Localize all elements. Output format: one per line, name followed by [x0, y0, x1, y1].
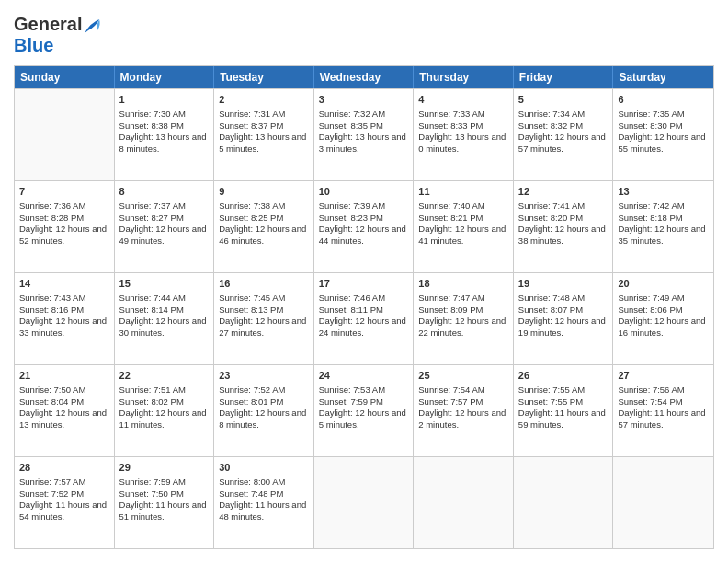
- daylight-text: Daylight: 13 hours and 5 minutes.: [219, 132, 309, 155]
- daylight-text: Daylight: 11 hours and 54 minutes.: [19, 500, 109, 523]
- sunrise-text: Sunrise: 7:30 AM: [119, 109, 210, 121]
- daylight-text: Daylight: 12 hours and 38 minutes.: [518, 224, 609, 247]
- sunset-text: Sunset: 8:07 PM: [518, 304, 609, 316]
- sunrise-text: Sunrise: 7:36 AM: [19, 201, 109, 213]
- sunrise-text: Sunrise: 7:35 AM: [618, 109, 709, 121]
- day-number: 22: [119, 369, 210, 383]
- day-header-tuesday: Tuesday: [214, 66, 314, 88]
- sunset-text: Sunset: 8:01 PM: [219, 396, 309, 408]
- sunset-text: Sunset: 8:25 PM: [219, 213, 309, 224]
- day-number: 27: [618, 369, 709, 383]
- sunrise-text: Sunrise: 7:40 AM: [418, 201, 508, 213]
- day-number: 23: [219, 369, 309, 383]
- day-cell-9: 9Sunrise: 7:38 AMSunset: 8:25 PMDaylight…: [214, 181, 314, 272]
- logo-general: General: [14, 14, 82, 34]
- day-cell-10: 10Sunrise: 7:39 AMSunset: 8:23 PMDayligh…: [314, 181, 415, 272]
- empty-cell: [514, 457, 614, 548]
- sunrise-text: Sunrise: 7:54 AM: [418, 385, 508, 396]
- sunset-text: Sunset: 8:11 PM: [319, 304, 409, 316]
- sunset-text: Sunset: 7:50 PM: [119, 488, 210, 500]
- sunset-text: Sunset: 8:30 PM: [618, 121, 709, 132]
- day-number: 29: [119, 461, 210, 475]
- sunrise-text: Sunrise: 7:46 AM: [319, 293, 409, 304]
- sunrise-text: Sunrise: 7:33 AM: [418, 109, 508, 121]
- sunset-text: Sunset: 7:52 PM: [19, 488, 109, 500]
- daylight-text: Daylight: 11 hours and 59 minutes.: [518, 408, 609, 431]
- sunrise-text: Sunrise: 7:57 AM: [19, 477, 109, 488]
- day-cell-11: 11Sunrise: 7:40 AMSunset: 8:21 PMDayligh…: [414, 181, 514, 272]
- day-cell-14: 14Sunrise: 7:43 AMSunset: 8:16 PMDayligh…: [15, 273, 115, 364]
- sunrise-text: Sunrise: 7:34 AM: [518, 109, 609, 121]
- sunset-text: Sunset: 8:38 PM: [119, 121, 210, 132]
- sunrise-text: Sunrise: 7:31 AM: [219, 109, 309, 121]
- daylight-text: Daylight: 12 hours and 2 minutes.: [418, 408, 508, 431]
- sunset-text: Sunset: 7:57 PM: [418, 396, 508, 408]
- day-number: 24: [319, 369, 409, 383]
- day-cell-2: 2Sunrise: 7:31 AMSunset: 8:37 PMDaylight…: [214, 89, 314, 180]
- calendar-row-2: 7Sunrise: 7:36 AMSunset: 8:28 PMDaylight…: [15, 180, 713, 272]
- day-number: 5: [518, 93, 609, 107]
- logo: General Blue: [14, 14, 102, 56]
- day-number: 1: [119, 93, 210, 107]
- daylight-text: Daylight: 12 hours and 55 minutes.: [618, 132, 709, 155]
- logo-bird-icon: [84, 18, 102, 35]
- empty-cell: [314, 457, 415, 548]
- day-cell-18: 18Sunrise: 7:47 AMSunset: 8:09 PMDayligh…: [414, 273, 514, 364]
- day-header-sunday: Sunday: [15, 66, 115, 88]
- day-cell-8: 8Sunrise: 7:37 AMSunset: 8:27 PMDaylight…: [115, 181, 215, 272]
- day-cell-27: 27Sunrise: 7:56 AMSunset: 7:54 PMDayligh…: [613, 365, 713, 456]
- day-header-wednesday: Wednesday: [314, 66, 415, 88]
- day-cell-5: 5Sunrise: 7:34 AMSunset: 8:32 PMDaylight…: [514, 89, 614, 180]
- calendar-row-1: 1Sunrise: 7:30 AMSunset: 8:38 PMDaylight…: [15, 88, 713, 180]
- daylight-text: Daylight: 12 hours and 44 minutes.: [319, 224, 409, 247]
- day-cell-26: 26Sunrise: 7:55 AMSunset: 7:55 PMDayligh…: [514, 365, 614, 456]
- sunrise-text: Sunrise: 7:56 AM: [618, 385, 709, 396]
- day-number: 30: [219, 461, 309, 475]
- daylight-text: Daylight: 11 hours and 48 minutes.: [219, 500, 309, 523]
- calendar-body: 1Sunrise: 7:30 AMSunset: 8:38 PMDaylight…: [15, 88, 713, 548]
- sunset-text: Sunset: 7:59 PM: [319, 396, 409, 408]
- daylight-text: Daylight: 12 hours and 30 minutes.: [119, 316, 210, 339]
- sunrise-text: Sunrise: 7:55 AM: [518, 385, 609, 396]
- sunrise-text: Sunrise: 7:37 AM: [119, 201, 210, 213]
- day-number: 12: [518, 185, 609, 199]
- sunset-text: Sunset: 7:48 PM: [219, 488, 309, 500]
- day-cell-17: 17Sunrise: 7:46 AMSunset: 8:11 PMDayligh…: [314, 273, 415, 364]
- sunset-text: Sunset: 8:20 PM: [518, 213, 609, 224]
- calendar-row-4: 21Sunrise: 7:50 AMSunset: 8:04 PMDayligh…: [15, 364, 713, 456]
- daylight-text: Daylight: 12 hours and 33 minutes.: [19, 316, 109, 339]
- daylight-text: Daylight: 12 hours and 13 minutes.: [19, 408, 109, 431]
- sunrise-text: Sunrise: 7:44 AM: [119, 293, 210, 304]
- sunset-text: Sunset: 8:04 PM: [19, 396, 109, 408]
- day-header-saturday: Saturday: [613, 66, 713, 88]
- day-number: 14: [19, 277, 109, 291]
- sunset-text: Sunset: 8:06 PM: [618, 304, 709, 316]
- day-cell-23: 23Sunrise: 7:52 AMSunset: 8:01 PMDayligh…: [214, 365, 314, 456]
- daylight-text: Daylight: 12 hours and 8 minutes.: [219, 408, 309, 431]
- day-number: 7: [19, 185, 109, 199]
- calendar-header: SundayMondayTuesdayWednesdayThursdayFrid…: [15, 66, 713, 88]
- sunset-text: Sunset: 8:09 PM: [418, 304, 508, 316]
- sunset-text: Sunset: 8:27 PM: [119, 213, 210, 224]
- daylight-text: Daylight: 12 hours and 24 minutes.: [319, 316, 409, 339]
- sunset-text: Sunset: 8:02 PM: [119, 396, 210, 408]
- daylight-text: Daylight: 12 hours and 16 minutes.: [618, 316, 709, 339]
- header: General Blue: [14, 14, 714, 56]
- day-number: 11: [418, 185, 508, 199]
- day-cell-29: 29Sunrise: 7:59 AMSunset: 7:50 PMDayligh…: [115, 457, 215, 548]
- day-number: 26: [518, 369, 609, 383]
- daylight-text: Daylight: 13 hours and 0 minutes.: [418, 132, 508, 155]
- day-number: 15: [119, 277, 210, 291]
- empty-cell: [414, 457, 514, 548]
- day-number: 21: [19, 369, 109, 383]
- sunset-text: Sunset: 8:14 PM: [119, 304, 210, 316]
- day-cell-13: 13Sunrise: 7:42 AMSunset: 8:18 PMDayligh…: [613, 181, 713, 272]
- empty-cell: [613, 457, 713, 548]
- sunrise-text: Sunrise: 7:43 AM: [19, 293, 109, 304]
- sunrise-text: Sunrise: 7:39 AM: [319, 201, 409, 213]
- daylight-text: Daylight: 12 hours and 27 minutes.: [219, 316, 309, 339]
- calendar-row-5: 28Sunrise: 7:57 AMSunset: 7:52 PMDayligh…: [15, 456, 713, 548]
- day-number: 28: [19, 461, 109, 475]
- calendar: SundayMondayTuesdayWednesdayThursdayFrid…: [14, 65, 714, 549]
- daylight-text: Daylight: 12 hours and 35 minutes.: [618, 224, 709, 247]
